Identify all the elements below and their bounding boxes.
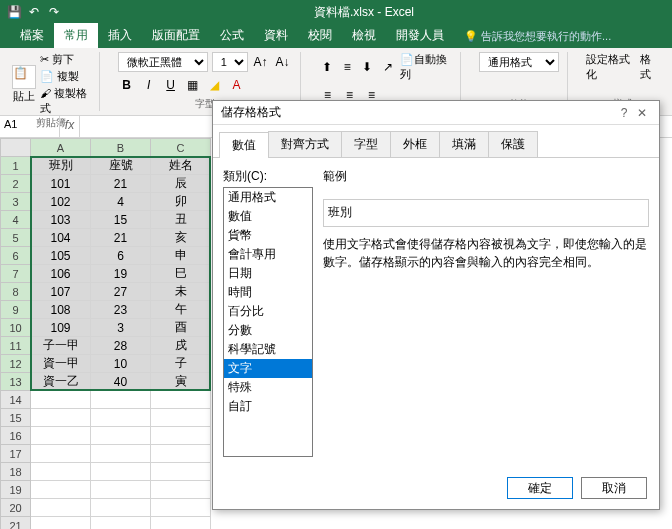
col-header[interactable]: C [151, 139, 211, 157]
category-item[interactable]: 數值 [224, 207, 312, 226]
name-box[interactable]: A1 [0, 116, 60, 137]
cell[interactable]: 21 [91, 229, 151, 247]
cell[interactable]: 104 [31, 229, 91, 247]
cell[interactable]: 卯 [151, 193, 211, 211]
cell[interactable]: 寅 [151, 373, 211, 391]
dialog-titlebar[interactable]: 儲存格格式 ? ✕ [213, 101, 659, 125]
category-item[interactable]: 貨幣 [224, 226, 312, 245]
row-header[interactable]: 8 [1, 283, 31, 301]
dialog-tab[interactable]: 外框 [390, 131, 440, 157]
tab-insert[interactable]: 插入 [98, 23, 142, 48]
align-middle-icon[interactable]: ≡ [339, 58, 355, 76]
redo-icon[interactable]: ↷ [46, 4, 62, 20]
row-header[interactable]: 6 [1, 247, 31, 265]
cell[interactable]: 酉 [151, 319, 211, 337]
close-icon[interactable]: ✕ [633, 106, 651, 120]
cell[interactable] [151, 391, 211, 409]
select-all-corner[interactable] [1, 139, 31, 157]
category-item[interactable]: 分數 [224, 321, 312, 340]
cell[interactable] [31, 517, 91, 530]
font-color-button[interactable]: A [228, 76, 246, 94]
align-top-icon[interactable]: ⬆ [319, 58, 335, 76]
col-header[interactable]: B [91, 139, 151, 157]
bold-button[interactable]: B [118, 76, 136, 94]
cell[interactable]: 姓名 [151, 157, 211, 175]
tab-review[interactable]: 校閱 [298, 23, 342, 48]
cell[interactable] [151, 463, 211, 481]
dialog-tab[interactable]: 保護 [488, 131, 538, 157]
tab-file[interactable]: 檔案 [10, 23, 54, 48]
row-header[interactable]: 16 [1, 427, 31, 445]
cell[interactable] [31, 391, 91, 409]
cell[interactable]: 申 [151, 247, 211, 265]
dialog-tab[interactable]: 字型 [341, 131, 391, 157]
row-header[interactable]: 19 [1, 481, 31, 499]
italic-button[interactable]: I [140, 76, 158, 94]
cell[interactable]: 106 [31, 265, 91, 283]
cell[interactable]: 101 [31, 175, 91, 193]
copy-button[interactable]: 📄 複製 [40, 69, 91, 84]
category-item[interactable]: 通用格式 [224, 188, 312, 207]
cell[interactable]: 103 [31, 211, 91, 229]
cell[interactable]: 辰 [151, 175, 211, 193]
tab-formulas[interactable]: 公式 [210, 23, 254, 48]
dialog-tab[interactable]: 數值 [219, 132, 269, 158]
cell[interactable] [91, 391, 151, 409]
cell[interactable]: 27 [91, 283, 151, 301]
cell[interactable] [31, 499, 91, 517]
cell[interactable] [91, 517, 151, 530]
align-bottom-icon[interactable]: ⬇ [359, 58, 375, 76]
row-header[interactable]: 17 [1, 445, 31, 463]
cell[interactable]: 109 [31, 319, 91, 337]
cell[interactable]: 105 [31, 247, 91, 265]
cell[interactable] [91, 409, 151, 427]
cell[interactable] [91, 499, 151, 517]
cell[interactable] [31, 427, 91, 445]
conditional-format-button[interactable]: 設定格式化 [586, 52, 636, 82]
row-header[interactable]: 2 [1, 175, 31, 193]
row-header[interactable]: 5 [1, 229, 31, 247]
cut-button[interactable]: ✂ 剪下 [40, 52, 91, 67]
cell[interactable]: 資一乙 [31, 373, 91, 391]
orientation-icon[interactable]: ↗ [380, 58, 396, 76]
cell[interactable]: 40 [91, 373, 151, 391]
tab-data[interactable]: 資料 [254, 23, 298, 48]
category-item[interactable]: 科學記號 [224, 340, 312, 359]
cell[interactable] [151, 499, 211, 517]
underline-button[interactable]: U [162, 76, 180, 94]
row-header[interactable]: 4 [1, 211, 31, 229]
increase-font-icon[interactable]: A↑ [252, 53, 270, 71]
fx-icon[interactable]: fx [60, 116, 80, 137]
cell[interactable]: 資一甲 [31, 355, 91, 373]
cell[interactable] [151, 481, 211, 499]
cell[interactable]: 未 [151, 283, 211, 301]
cancel-button[interactable]: 取消 [581, 477, 647, 499]
cell[interactable]: 丑 [151, 211, 211, 229]
row-header[interactable]: 7 [1, 265, 31, 283]
cell[interactable]: 巳 [151, 265, 211, 283]
category-item[interactable]: 文字 [224, 359, 312, 378]
paste-button[interactable]: 📋 貼上 [12, 65, 36, 104]
category-item[interactable]: 百分比 [224, 302, 312, 321]
help-icon[interactable]: ? [615, 106, 633, 120]
category-item[interactable]: 會計專用 [224, 245, 312, 264]
row-header[interactable]: 18 [1, 463, 31, 481]
dialog-tab[interactable]: 對齊方式 [268, 131, 342, 157]
cell[interactable] [91, 481, 151, 499]
decrease-font-icon[interactable]: A↓ [274, 53, 292, 71]
cell[interactable] [31, 463, 91, 481]
dialog-tab[interactable]: 填滿 [439, 131, 489, 157]
save-icon[interactable]: 💾 [6, 4, 22, 20]
cell[interactable] [151, 517, 211, 530]
cell[interactable]: 102 [31, 193, 91, 211]
tab-layout[interactable]: 版面配置 [142, 23, 210, 48]
cell[interactable]: 23 [91, 301, 151, 319]
category-item[interactable]: 日期 [224, 264, 312, 283]
row-header[interactable]: 13 [1, 373, 31, 391]
cell[interactable] [151, 409, 211, 427]
cell[interactable] [151, 427, 211, 445]
cell[interactable]: 4 [91, 193, 151, 211]
category-item[interactable]: 時間 [224, 283, 312, 302]
cell[interactable]: 21 [91, 175, 151, 193]
tab-home[interactable]: 常用 [54, 23, 98, 48]
